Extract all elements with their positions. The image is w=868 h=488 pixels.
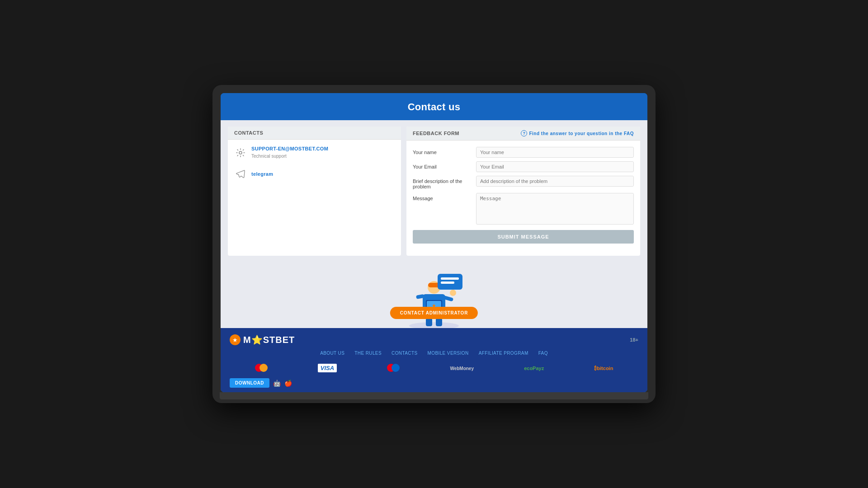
name-label: Your name	[413, 147, 472, 155]
contacts-panel-header: CONTACTS	[228, 127, 401, 140]
message-textarea[interactable]	[476, 193, 634, 225]
footer-top: ★ M⭐STBET 18+	[230, 334, 638, 345]
feedback-header-label: FEEDBACK FORM	[413, 131, 459, 136]
logo-text: M⭐STBET	[243, 334, 295, 345]
main-area: CONTACTS SUPPORT-EN@MOSTBET.COM Techni	[221, 120, 647, 256]
android-icon: 🤖	[273, 380, 281, 387]
contacts-panel-body: SUPPORT-EN@MOSTBET.COM Technical support	[228, 140, 401, 195]
bitcoin-logo: ₿bitcoin	[594, 364, 613, 372]
telegram-item: telegram	[234, 168, 395, 180]
nav-affiliate-program[interactable]: AFFILIATE PROGRAM	[479, 351, 528, 356]
telegram-link[interactable]: telegram	[251, 171, 273, 177]
contacts-panel: CONTACTS SUPPORT-EN@MOSTBET.COM Techni	[228, 127, 401, 256]
support-email-item: SUPPORT-EN@MOSTBET.COM Technical support	[234, 146, 395, 160]
download-button[interactable]: DOWNLOAD	[230, 378, 269, 388]
support-email-link[interactable]: SUPPORT-EN@MOSTBET.COM	[251, 146, 328, 151]
logo-star-icon: ★	[230, 334, 241, 345]
feedback-body: Your name Your Email Brief description o…	[406, 141, 640, 249]
footer: ★ M⭐STBET 18+ ABOUT US THE RULES CONTACT…	[221, 328, 647, 392]
nav-the-rules[interactable]: THE RULES	[354, 351, 382, 356]
feedback-panel: FEEDBACK FORM ? Find the answer to your …	[406, 127, 640, 256]
webmoney-logo: WebMoney	[450, 364, 474, 372]
faq-link-text: Find the answer to your question in the …	[529, 131, 634, 136]
nav-faq[interactable]: FAQ	[538, 351, 548, 356]
email-label: Your Email	[413, 161, 472, 169]
name-input[interactable]	[476, 147, 634, 158]
payment-methods-row: VISA WebMoney ecoPayz ₿bitcoin	[230, 361, 638, 375]
logo-area: ★ M⭐STBET	[230, 334, 295, 345]
svg-rect-12	[436, 318, 442, 326]
message-row: Message	[413, 193, 634, 225]
page-title: Contact us	[221, 101, 647, 113]
nav-contacts[interactable]: CONTACTS	[392, 351, 417, 356]
description-row: Brief description of the problem	[413, 176, 634, 189]
description-input[interactable]	[476, 176, 634, 187]
submit-button[interactable]: SUBMIT MESSAGE	[413, 230, 634, 244]
nav-mobile-version[interactable]: MOBILE VERSION	[427, 351, 468, 356]
svg-point-0	[239, 151, 242, 154]
apple-icon: 🍎	[284, 380, 292, 387]
footer-bottom: DOWNLOAD 🤖 🍎	[230, 375, 638, 388]
support-email-sub: Technical support	[251, 154, 287, 159]
svg-point-10	[450, 290, 456, 296]
svg-rect-11	[426, 318, 432, 326]
faq-icon: ?	[521, 130, 527, 136]
hero-area: ★ CONTACT ADMINISTRATOR	[221, 256, 647, 328]
message-label: Message	[413, 193, 472, 201]
telegram-contact-details: telegram	[251, 171, 273, 177]
nav-about-us[interactable]: ABOUT US	[320, 351, 344, 356]
ecopayz-logo: ecoPayz	[524, 364, 544, 372]
email-input[interactable]	[476, 161, 634, 172]
svg-rect-15	[441, 277, 459, 280]
page-header: Contact us	[221, 93, 647, 120]
maestro-logo	[387, 364, 400, 372]
visa-logo: VISA	[318, 364, 337, 372]
svg-point-1	[409, 322, 459, 328]
contact-admin-button[interactable]: CONTACT ADMINISTRATOR	[390, 307, 478, 319]
description-label: Brief description of the problem	[413, 176, 472, 189]
gear-icon	[234, 146, 247, 159]
footer-nav: ABOUT US THE RULES CONTACTS MOBILE VERSI…	[230, 351, 638, 356]
email-row: Your Email	[413, 161, 634, 172]
telegram-icon	[234, 168, 247, 180]
name-row: Your name	[413, 147, 634, 158]
age-badge: 18+	[630, 337, 638, 343]
support-contact-details: SUPPORT-EN@MOSTBET.COM Technical support	[251, 146, 328, 160]
svg-rect-16	[441, 282, 454, 284]
mastercard-logo	[255, 364, 268, 372]
faq-link[interactable]: ? Find the answer to your question in th…	[521, 130, 634, 136]
feedback-panel-header: FEEDBACK FORM ? Find the answer to your …	[406, 127, 640, 141]
